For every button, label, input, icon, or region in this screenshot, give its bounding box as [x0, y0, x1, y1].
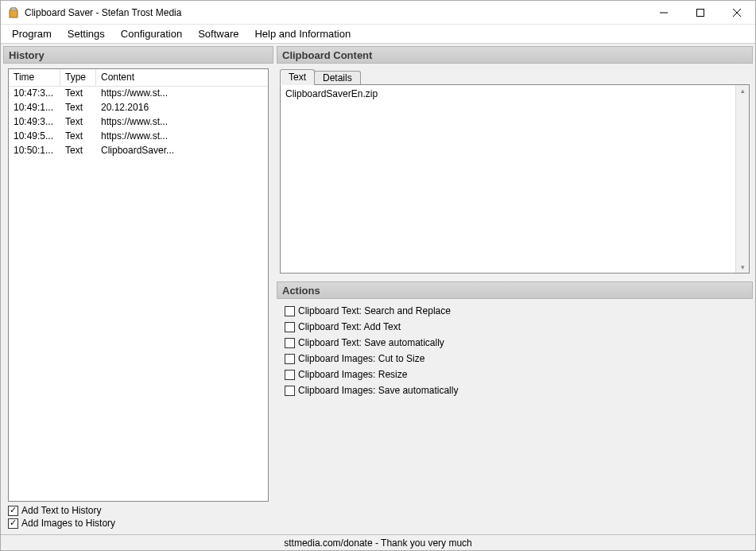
titlebar: Clipboard Saver - Stefan Trost Media [1, 1, 755, 25]
col-time[interactable]: Time [9, 69, 60, 86]
menu-settings[interactable]: Settings [61, 25, 111, 42]
history-row[interactable]: 10:49:1...Text20.12.2016 [9, 101, 268, 115]
cell-time: 10:49:1... [9, 101, 60, 115]
checkbox-icon [8, 518, 18, 529]
svg-rect-2 [697, 9, 704, 16]
history-rows: 10:47:3...Texthttps://www.st...10:49:1..… [9, 87, 268, 501]
cell-type: Text [60, 87, 96, 101]
workspace: History Time Type Content 10:47:3...Text… [1, 44, 755, 534]
cell-content: ClipboardSaver... [96, 144, 268, 158]
history-row[interactable]: 10:50:1...TextClipboardSaver... [9, 144, 268, 158]
scroll-down-icon: ▾ [741, 263, 745, 271]
history-header: History [3, 46, 273, 64]
cell-type: Text [60, 101, 96, 115]
cell-time: 10:49:3... [9, 115, 60, 130]
statusbar: sttmedia.com/donate - Thank you very muc… [1, 534, 755, 550]
minimize-button[interactable] [646, 1, 682, 24]
chk-add-images[interactable]: Add Images to History [8, 518, 269, 529]
action-label: Clipboard Images: Cut to Size [298, 353, 425, 364]
actions-body: Clipboard Text: Search and ReplaceClipbo… [277, 299, 753, 532]
cell-time: 10:50:1... [9, 144, 60, 158]
history-body: Time Type Content 10:47:3...Texthttps://… [3, 64, 273, 532]
history-listview[interactable]: Time Type Content 10:47:3...Texthttps://… [8, 68, 269, 502]
chk-add-text-label: Add Text to History [21, 505, 102, 516]
clipboard-text-area[interactable] [281, 85, 735, 273]
right-column: Clipboard Content Text Details ▴ ▾ Actio… [277, 46, 753, 532]
action-item[interactable]: Clipboard Images: Save automatically [285, 385, 745, 396]
col-content[interactable]: Content [96, 69, 268, 86]
action-label: Clipboard Images: Save automatically [298, 385, 458, 396]
window-title: Clipboard Saver - Stefan Trost Media [25, 7, 181, 18]
status-text: sttmedia.com/donate - Thank you very muc… [284, 537, 472, 549]
cell-content: 20.12.2016 [96, 101, 268, 115]
menubar: Program Settings Configuration Software … [1, 25, 755, 44]
tab-text[interactable]: Text [280, 69, 315, 85]
window-controls [646, 1, 755, 24]
action-label: Clipboard Text: Add Text [298, 321, 401, 332]
menu-program[interactable]: Program [6, 25, 58, 42]
cell-time: 10:47:3... [9, 87, 60, 101]
checkbox-icon [285, 322, 295, 332]
clipboard-header: Clipboard Content [277, 46, 753, 64]
scrollbar[interactable]: ▴ ▾ [735, 85, 749, 273]
history-row[interactable]: 10:47:3...Texthttps://www.st... [9, 87, 268, 101]
clipboard-panel: Clipboard Content Text Details ▴ ▾ [277, 46, 753, 277]
cell-type: Text [60, 144, 96, 158]
history-row[interactable]: 10:49:3...Texthttps://www.st... [9, 115, 268, 130]
action-item[interactable]: Clipboard Images: Cut to Size [285, 353, 745, 364]
history-row[interactable]: 10:49:5...Texthttps://www.st... [9, 130, 268, 144]
checkbox-icon [285, 354, 295, 364]
actions-header: Actions [277, 281, 753, 299]
cell-content: https://www.st... [96, 130, 268, 144]
action-item[interactable]: Clipboard Images: Resize [285, 369, 745, 380]
checkbox-icon [285, 338, 295, 348]
maximize-button[interactable] [682, 1, 719, 24]
clipboard-content-box: ▴ ▾ [280, 84, 750, 274]
history-options: Add Text to History Add Images to Histor… [8, 502, 269, 529]
cell-type: Text [60, 130, 96, 144]
checkbox-icon [285, 370, 295, 380]
svg-line-3 [733, 9, 741, 17]
tab-details[interactable]: Details [314, 71, 361, 84]
history-panel: History Time Type Content 10:47:3...Text… [3, 46, 273, 532]
action-label: Clipboard Text: Save automatically [298, 337, 444, 348]
checkbox-icon [285, 306, 295, 316]
checkbox-icon [285, 386, 295, 396]
action-label: Clipboard Images: Resize [298, 369, 407, 380]
history-columns: Time Type Content [9, 69, 268, 87]
action-item[interactable]: Clipboard Text: Search and Replace [285, 305, 745, 316]
cell-time: 10:49:5... [9, 130, 60, 144]
clipboard-tabs: Text Details [277, 67, 753, 84]
actions-panel: Actions Clipboard Text: Search and Repla… [277, 281, 753, 532]
menu-configuration[interactable]: Configuration [114, 25, 188, 42]
chk-add-text[interactable]: Add Text to History [8, 505, 269, 516]
checkbox-icon [8, 506, 18, 516]
svg-rect-0 [11, 8, 16, 10]
cell-content: https://www.st... [96, 115, 268, 130]
scroll-up-icon: ▴ [741, 87, 745, 95]
action-label: Clipboard Text: Search and Replace [298, 305, 451, 316]
menu-software[interactable]: Software [192, 25, 245, 42]
col-type[interactable]: Type [60, 69, 96, 86]
close-button[interactable] [719, 1, 755, 24]
svg-line-4 [733, 9, 741, 17]
app-icon [7, 6, 20, 19]
action-item[interactable]: Clipboard Text: Save automatically [285, 337, 745, 348]
cell-type: Text [60, 115, 96, 130]
menu-help[interactable]: Help and Information [248, 25, 357, 42]
chk-add-images-label: Add Images to History [21, 518, 115, 529]
cell-content: https://www.st... [96, 87, 268, 101]
action-item[interactable]: Clipboard Text: Add Text [285, 321, 745, 332]
